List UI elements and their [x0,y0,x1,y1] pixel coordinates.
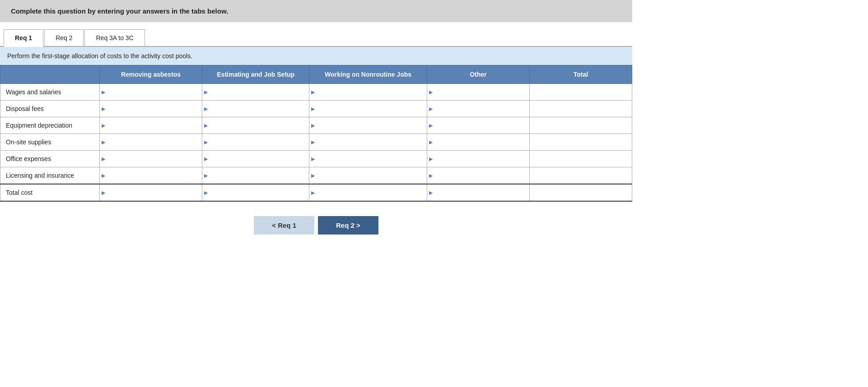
input-row3-col0[interactable] [100,134,202,150]
total-cell [529,184,632,201]
input-row1-col0[interactable] [100,101,202,117]
next-button[interactable]: Req 2 > [318,216,378,235]
input-row3-col1[interactable] [202,134,309,150]
input-cell [202,184,309,201]
input-row6-col3[interactable] [427,184,529,201]
input-row4-col3[interactable] [427,151,529,167]
input-row6-col1[interactable] [202,184,309,201]
table-row: Total cost [0,184,632,201]
total-input-row2[interactable] [530,117,632,134]
input-row0-col1[interactable] [202,84,309,100]
total-cell [529,117,632,134]
input-cell [309,117,427,134]
input-cell [100,184,202,201]
row-label: Disposal fees [0,101,100,117]
input-cell [202,117,309,134]
total-cell [529,151,632,167]
row-label: Office expenses [0,151,100,167]
input-cell [427,84,529,101]
input-row2-col1[interactable] [202,117,309,134]
input-row1-col3[interactable] [427,101,529,117]
table-row: Equipment depreciation [0,117,632,134]
total-input-row0[interactable] [530,84,632,100]
instruction-bar: Complete this question by entering your … [0,0,632,22]
input-row1-col1[interactable] [202,101,309,117]
prev-button[interactable]: < Req 1 [254,216,314,235]
input-row3-col2[interactable] [309,134,426,150]
table-row: Office expenses [0,151,632,167]
input-row6-col0[interactable] [100,184,202,201]
row-label: On-site supplies [0,134,100,151]
input-row4-col2[interactable] [309,151,426,167]
tab-req1[interactable]: Req 1 [4,29,43,47]
input-row0-col2[interactable] [309,84,426,100]
input-cell [202,101,309,117]
table-row: On-site supplies [0,134,632,151]
row-label: Wages and salaries [0,84,100,101]
input-cell [100,84,202,101]
nav-buttons: < Req 1 Req 2 > [0,209,632,245]
input-cell [309,184,427,201]
total-input-row1[interactable] [530,101,632,117]
input-cell [202,84,309,101]
total-cell [529,101,632,117]
input-row0-col3[interactable] [427,84,529,100]
total-cell [529,167,632,184]
input-cell [100,117,202,134]
input-cell [427,134,529,151]
input-row0-col0[interactable] [100,84,202,100]
input-cell [309,151,427,167]
input-cell [427,184,529,201]
input-row2-col0[interactable] [100,117,202,134]
table-row: Disposal fees [0,101,632,117]
input-cell [309,167,427,184]
instruction-text: Complete this question by entering your … [11,7,228,15]
input-row5-col3[interactable] [427,167,529,184]
row-label: Total cost [0,184,100,201]
input-cell [309,101,427,117]
input-row5-col0[interactable] [100,167,202,184]
input-row2-col3[interactable] [427,117,529,134]
col-header-other: Other [427,65,529,84]
col-header-working: Working on Nonroutine Jobs [309,65,427,84]
total-input-row5[interactable] [530,167,632,184]
input-cell [427,151,529,167]
total-input-row4[interactable] [530,151,632,167]
section-instruction: Perform the first-stage allocation of co… [0,47,632,65]
table-row: Wages and salaries [0,84,632,101]
input-cell [309,134,427,151]
input-row6-col2[interactable] [309,184,426,201]
input-cell [202,167,309,184]
total-input-row3[interactable] [530,134,632,150]
tab-req2[interactable]: Req 2 [44,29,84,46]
input-row5-col1[interactable] [202,167,309,184]
input-row1-col2[interactable] [309,101,426,117]
input-cell [427,117,529,134]
col-header-total: Total [529,65,632,84]
total-cell [529,84,632,101]
col-header-estimating: Estimating and Job Setup [202,65,309,84]
input-cell [100,151,202,167]
input-cell [427,167,529,184]
input-row5-col2[interactable] [309,167,426,184]
input-cell [100,101,202,117]
input-cell [427,101,529,117]
input-row2-col2[interactable] [309,117,426,134]
tab-req3[interactable]: Req 3A to 3C [84,29,145,46]
col-header-removing: Removing asbestos [100,65,202,84]
allocation-table: Removing asbestos Estimating and Job Set… [0,65,632,202]
total-cell [529,134,632,151]
input-row4-col1[interactable] [202,151,309,167]
table-row: Licensing and insurance [0,167,632,184]
row-label: Equipment depreciation [0,117,100,134]
input-cell [309,84,427,101]
total-input-row6[interactable] [530,184,632,201]
col-header-row-label [0,65,100,84]
input-row3-col3[interactable] [427,134,529,150]
input-cell [202,151,309,167]
input-row4-col0[interactable] [100,151,202,167]
tabs-row: Req 1 Req 2 Req 3A to 3C [0,22,632,47]
table-container: Removing asbestos Estimating and Job Set… [0,65,632,209]
input-cell [202,134,309,151]
input-cell [100,134,202,151]
